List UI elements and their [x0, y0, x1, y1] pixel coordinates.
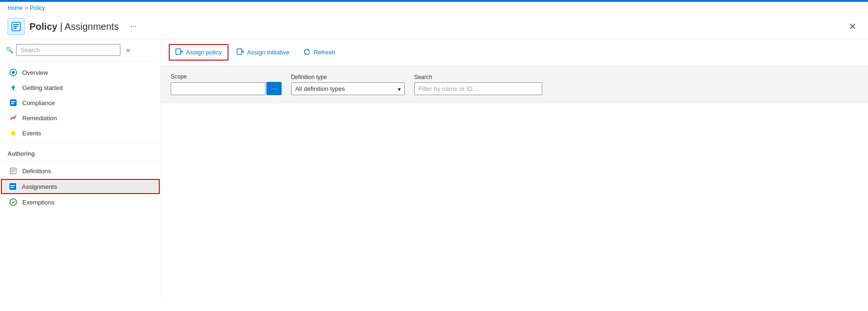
remediation-icon [9, 114, 18, 122]
svg-rect-13 [9, 183, 16, 190]
page-header: Policy | Assignments ··· ✕ [0, 14, 868, 39]
svg-rect-1 [13, 24, 19, 25]
authoring-divider2 [0, 161, 161, 161]
search-filter-input[interactable] [414, 82, 542, 95]
authoring-divider [0, 142, 161, 143]
nav-items: Overview Getting started Compliance Reme… [0, 61, 161, 213]
search-filter-label: Search [414, 74, 542, 80]
breadcrumb-home[interactable]: Home [8, 5, 23, 11]
svg-rect-7 [11, 101, 16, 102]
filter-bar: Scope ··· Definition type All definition… [161, 66, 868, 103]
sidebar-item-exemptions[interactable]: Exemptions [0, 195, 161, 210]
assign-policy-icon [175, 48, 183, 57]
sidebar: 🔍 « Overview Getting started [0, 39, 161, 298]
close-button[interactable]: ✕ [845, 19, 860, 34]
svg-rect-3 [13, 28, 17, 29]
refresh-icon [303, 48, 311, 57]
breadcrumb-policy[interactable]: Policy [30, 5, 45, 11]
main-layout: 🔍 « Overview Getting started [0, 39, 868, 298]
assign-initiative-label: Assign initiative [247, 49, 290, 56]
definition-type-filter-group: Definition type All definition types Pol… [291, 74, 405, 95]
exemptions-icon [9, 198, 18, 206]
search-icon: 🔍 [6, 46, 13, 53]
breadcrumb-separator: > [25, 5, 28, 11]
page-title: Policy | Assignments [29, 21, 119, 32]
scope-label: Scope [171, 73, 282, 80]
scope-input[interactable] [171, 82, 265, 95]
more-options-button[interactable]: ··· [127, 20, 140, 33]
sidebar-item-definitions[interactable]: Definitions [0, 163, 161, 178]
sidebar-item-assignments-label: Assignments [22, 183, 57, 190]
svg-marker-9 [10, 130, 17, 136]
sidebar-item-events-label: Events [22, 130, 41, 137]
toolbar: Assign policy Assign initiative Refresh [161, 39, 868, 66]
overview-icon [9, 68, 18, 77]
policy-page-icon [8, 18, 25, 35]
sidebar-search-area: 🔍 « [0, 39, 161, 61]
sidebar-item-events[interactable]: Events [0, 125, 161, 141]
assign-initiative-button[interactable]: Assign initiative [230, 44, 296, 60]
search-filter-group: Search [414, 74, 542, 95]
refresh-button[interactable]: Refresh [297, 45, 341, 60]
svg-rect-12 [11, 171, 14, 172]
svg-rect-2 [13, 26, 18, 27]
main-content: Assign policy Assign initiative Refresh [161, 39, 868, 298]
assignments-icon [9, 182, 17, 191]
sidebar-item-assignments[interactable]: Assignments [1, 179, 160, 194]
header-left: Policy | Assignments ··· [8, 18, 140, 35]
sidebar-item-remediation-label: Remediation [22, 115, 57, 122]
assign-policy-button[interactable]: Assign policy [169, 44, 228, 61]
definition-type-label: Definition type [291, 74, 405, 80]
svg-rect-6 [10, 99, 17, 106]
svg-rect-14 [10, 185, 15, 186]
assign-policy-label: Assign policy [186, 49, 222, 56]
definitions-icon [9, 167, 18, 175]
scope-filter-group: Scope ··· [171, 73, 282, 95]
sidebar-item-exemptions-label: Exemptions [22, 199, 55, 206]
svg-rect-11 [11, 169, 15, 170]
sidebar-item-overview-label: Overview [22, 69, 48, 76]
sidebar-item-getting-started[interactable]: Getting started [0, 80, 161, 95]
sidebar-item-getting-started-label: Getting started [22, 84, 63, 91]
events-icon [9, 129, 18, 137]
compliance-icon [9, 98, 18, 107]
scope-input-group: ··· [171, 82, 282, 95]
svg-rect-18 [237, 49, 242, 54]
svg-rect-8 [11, 103, 14, 104]
definition-type-select[interactable]: All definition types Policy Initiative [291, 82, 405, 95]
search-input[interactable] [16, 44, 120, 56]
sidebar-item-remediation[interactable]: Remediation [0, 110, 161, 125]
sidebar-item-compliance-label: Compliance [22, 99, 55, 107]
svg-rect-17 [176, 49, 181, 54]
content-area [161, 103, 868, 298]
collapse-sidebar-button[interactable]: « [123, 45, 133, 55]
svg-point-5 [12, 71, 15, 74]
scope-browse-button[interactable]: ··· [266, 82, 282, 95]
definition-type-select-wrapper: All definition types Policy Initiative [291, 82, 405, 95]
sidebar-item-compliance[interactable]: Compliance [0, 95, 161, 110]
refresh-label: Refresh [313, 49, 335, 56]
sidebar-item-overview[interactable]: Overview [0, 65, 161, 80]
sidebar-item-definitions-label: Definitions [22, 168, 51, 175]
breadcrumb: Home > Policy [0, 2, 868, 14]
getting-started-icon [9, 83, 18, 92]
assign-initiative-icon [237, 48, 244, 57]
svg-rect-15 [10, 187, 14, 188]
authoring-section-label: Authoring [0, 145, 161, 159]
